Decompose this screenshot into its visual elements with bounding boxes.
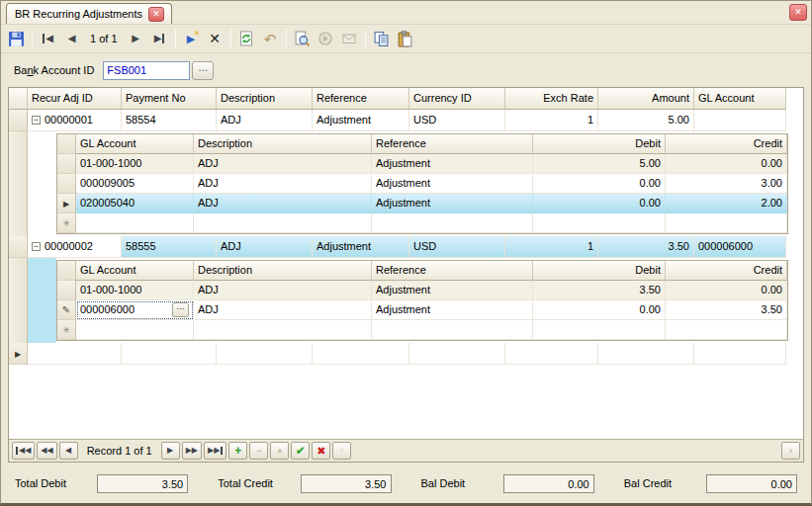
row-selector[interactable] xyxy=(9,110,28,131)
nav-next-button[interactable]: ▶ xyxy=(161,442,180,460)
detail-column-gl-account[interactable]: GL Account xyxy=(76,134,194,154)
column-header-exch-rate[interactable]: Exch Rate xyxy=(505,88,598,110)
row-selector-current[interactable]: ▶ xyxy=(57,194,76,213)
cell-gl-account[interactable]: 020005040 xyxy=(76,194,194,213)
detail-column-credit[interactable]: Credit xyxy=(666,261,787,281)
cancel-button[interactable]: ✖ xyxy=(312,442,330,460)
cell-description[interactable] xyxy=(217,343,313,365)
empty-row[interactable]: ▶ xyxy=(9,343,803,365)
cell-credit[interactable] xyxy=(666,320,787,340)
cell-currency-id[interactable]: USD xyxy=(409,110,505,131)
nav-previous-page-button[interactable]: ◀◀ xyxy=(37,442,56,460)
collapse-icon[interactable]: − xyxy=(32,116,41,125)
new-record-button[interactable]: ▶ ✳ xyxy=(180,28,203,50)
delete-record-button[interactable]: ✕ xyxy=(204,28,226,50)
cell-recur-adj-id[interactable]: −00000001 xyxy=(28,110,122,131)
detail-column-debit[interactable]: Debit xyxy=(533,261,666,281)
cell-gl-account[interactable] xyxy=(694,110,786,131)
collapse-icon[interactable]: − xyxy=(32,242,41,251)
cell-debit[interactable]: 0.00 xyxy=(533,194,666,213)
save-button[interactable] xyxy=(5,28,28,50)
detail-row-editing[interactable]: ✎ 000006000 … ADJ Adjustment 0.00 3.50 xyxy=(57,300,787,320)
cell-credit[interactable]: 3.00 xyxy=(666,174,787,194)
commit-button[interactable]: ✔ xyxy=(291,442,310,460)
next-record-button[interactable]: ▶ xyxy=(125,28,147,50)
gl-account-edit-value[interactable]: 000006000 xyxy=(80,300,170,319)
detail-new-row[interactable]: ✳ xyxy=(57,320,787,340)
scroll-right-button[interactable]: › xyxy=(781,442,800,460)
cell-debit[interactable] xyxy=(533,213,666,233)
cell-payment-no[interactable]: 58555 xyxy=(122,236,217,258)
detail-row[interactable]: 01-000-1000 ADJ Adjustment 5.00 0.00 xyxy=(57,154,787,174)
window-close-button[interactable]: ✕ xyxy=(789,4,807,21)
cell-description[interactable]: ADJ xyxy=(217,110,313,131)
cell-reference[interactable]: Adjustment xyxy=(372,281,533,300)
row-selector[interactable] xyxy=(9,236,28,258)
tab-br-recurring-adjustments[interactable]: BR Recurring Adjustments ✕ xyxy=(6,3,172,24)
row-selector-new[interactable]: ✳ xyxy=(57,213,76,233)
last-record-button[interactable]: ▶ xyxy=(148,28,171,50)
table-row-adjustment-1[interactable]: −00000001 58554 ADJ Adjustment USD 1 5.0… xyxy=(9,110,803,131)
detail-column-credit[interactable]: Credit xyxy=(666,134,787,154)
bank-account-input[interactable] xyxy=(103,61,190,80)
cell-debit[interactable]: 0.00 xyxy=(533,174,666,194)
row-selector-current[interactable]: ▶ xyxy=(9,343,28,365)
detail-new-row[interactable]: ✳ xyxy=(57,213,787,233)
cell-description[interactable]: ADJ xyxy=(194,154,372,174)
detail-column-description[interactable]: Description xyxy=(194,134,372,154)
cell-currency-id[interactable]: USD xyxy=(409,236,505,258)
cell-payment-no[interactable] xyxy=(122,343,217,365)
cell-amount[interactable] xyxy=(598,343,694,365)
cell-reference[interactable]: Adjustment xyxy=(372,154,533,174)
cell-reference[interactable]: Adjustment xyxy=(372,194,533,213)
row-selector[interactable] xyxy=(57,154,76,174)
refresh-button[interactable] xyxy=(235,28,258,50)
nav-last-button[interactable]: ▶▶ xyxy=(204,442,226,460)
column-header-currency-id[interactable]: Currency ID xyxy=(409,88,505,110)
cell-recur-adj-id-active[interactable]: −00000002 xyxy=(28,236,122,258)
row-selector-new[interactable]: ✳ xyxy=(57,320,76,340)
detail-row-selected[interactable]: ▶ 020005040 ADJ Adjustment 0.00 2.00 xyxy=(57,194,787,213)
cell-reference[interactable] xyxy=(372,213,533,233)
cell-gl-account[interactable]: 01-000-1000 xyxy=(76,281,194,300)
add-row-button[interactable]: + xyxy=(228,442,247,460)
cell-description[interactable]: ADJ xyxy=(194,281,372,300)
cell-debit[interactable]: 5.00 xyxy=(533,154,666,174)
cell-gl-account[interactable]: 000009005 xyxy=(76,174,194,194)
nav-next-page-button[interactable]: ▶▶ xyxy=(182,442,202,460)
cell-payment-no[interactable]: 58554 xyxy=(122,110,217,131)
cell-credit[interactable]: 3.50 xyxy=(666,300,787,320)
detail-column-gl-account[interactable]: GL Account xyxy=(76,261,194,281)
nav-first-button[interactable]: ◀◀ xyxy=(12,442,35,460)
cell-credit[interactable] xyxy=(666,213,787,233)
table-row-adjustment-2-selected[interactable]: −00000002 58555 ADJ Adjustment USD 1 3.5… xyxy=(9,236,803,258)
cell-gl-account[interactable] xyxy=(694,343,786,365)
row-selector[interactable] xyxy=(57,174,76,194)
cell-debit[interactable]: 3.50 xyxy=(533,281,666,300)
cell-description[interactable] xyxy=(194,320,372,340)
cell-exch-rate[interactable]: 1 xyxy=(505,110,598,131)
gl-account-lookup-button[interactable]: … xyxy=(172,302,189,317)
cell-currency-id[interactable] xyxy=(409,343,505,365)
detail-column-reference[interactable]: Reference xyxy=(372,261,533,281)
cell-reference[interactable]: Adjustment xyxy=(313,236,409,258)
cell-description[interactable] xyxy=(194,213,372,233)
remove-row-button[interactable]: − xyxy=(249,442,268,460)
cell-exch-rate[interactable] xyxy=(505,343,598,365)
cell-gl-account[interactable] xyxy=(76,320,194,340)
detail-column-reference[interactable]: Reference xyxy=(372,134,533,154)
cell-amount[interactable]: 5.00 xyxy=(598,110,694,131)
print-preview-button[interactable] xyxy=(291,28,314,50)
cell-credit[interactable]: 0.00 xyxy=(666,281,787,300)
previous-record-button[interactable]: ◀ xyxy=(60,28,83,50)
cell-credit[interactable]: 2.00 xyxy=(666,194,787,213)
cell-description[interactable]: ADJ xyxy=(194,174,372,194)
cell-gl-account-editing[interactable]: 000006000 … xyxy=(76,300,194,320)
cell-amount[interactable]: 3.50 xyxy=(598,236,694,258)
row-selector[interactable] xyxy=(57,281,76,300)
cell-description[interactable]: ADJ xyxy=(194,300,372,320)
detail-column-debit[interactable]: Debit xyxy=(533,134,666,154)
tab-close-icon[interactable]: ✕ xyxy=(148,7,164,22)
column-header-payment-no[interactable]: Payment No xyxy=(122,88,217,110)
cell-exch-rate[interactable]: 1 xyxy=(505,236,598,258)
